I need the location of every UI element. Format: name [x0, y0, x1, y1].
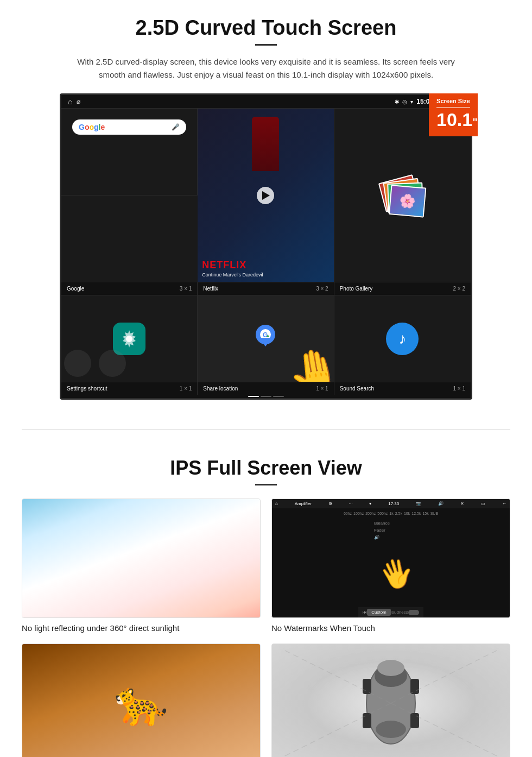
section1-description: With 2.5D curved-display screen, this de…	[76, 55, 456, 81]
music-note-icon: ♪	[398, 330, 406, 348]
sunlight-label: No light reflecting under 360° direct su…	[22, 623, 261, 633]
sound-search-label: Sound Search 1 × 1	[334, 382, 471, 395]
share-location-app-name: Share location	[203, 386, 238, 392]
sound-search-app-size: 1 × 1	[453, 386, 465, 392]
netflix-app-size: 3 × 2	[316, 286, 328, 292]
screen-size-badge: Screen Size 10.1"	[429, 93, 478, 136]
amp-title: Amplifier	[295, 501, 312, 506]
location-icon: ◎	[402, 99, 407, 105]
feature-topdown: Large Viewing Angle	[271, 644, 510, 757]
settings-label: Settings shortcut 1 × 1	[61, 382, 198, 395]
settings-app-name: Settings shortcut	[67, 386, 107, 392]
sound-search-app-name: Sound Search	[340, 386, 374, 392]
netflix-label: Netflix 3 × 2	[198, 282, 334, 295]
scroll-dot-3	[273, 396, 284, 397]
app-labels-row1: Google 3 × 1 Netflix 3 × 2 Photo Gallery…	[61, 282, 471, 295]
scroll-dot-1	[248, 396, 259, 397]
svg-text:▲: ▲	[265, 333, 270, 338]
app-labels-row2: Settings shortcut 1 × 1 Share location 1…	[61, 382, 471, 395]
app-grid-row2: G ▲ 🤚 ♪	[61, 295, 471, 382]
usb-icon: ⌀	[77, 98, 80, 105]
ips-section: IPS Full Screen View No light reflecting…	[0, 446, 532, 757]
svg-line-16	[284, 703, 391, 756]
google-app-cell[interactable]: Google 🎤	[61, 109, 198, 195]
amp-header: ⌂ Amplifier ⚙ ··· ▾ 17:33 📷 🔊 ✕ ▭ ←	[272, 499, 510, 508]
amp-custom-button[interactable]: Custom	[367, 609, 391, 616]
photo-gallery-app-size: 2 × 2	[453, 286, 465, 292]
curved-screen-section: 2.5D Curved Touch Screen With 2.5D curve…	[0, 0, 532, 413]
maps-icon: G ▲	[251, 323, 281, 352]
google-search-bar[interactable]: Google 🎤	[72, 119, 186, 135]
amplifier-label: No Watermarks When Touch	[271, 623, 510, 633]
sunlight-image	[22, 499, 261, 618]
home-icon[interactable]: ⌂	[68, 97, 72, 106]
photo-gallery-label: Photo Gallery 2 × 2	[334, 282, 471, 295]
amp-back-icon: ←	[502, 501, 506, 506]
settings-app-size: 1 × 1	[180, 386, 192, 392]
amp-vol-icon: 🔊	[438, 501, 444, 506]
svg-line-17	[391, 703, 498, 756]
share-location-cell[interactable]: G ▲ 🤚	[198, 295, 334, 382]
status-left: ⌂ ⌀	[68, 97, 80, 106]
amp-loudness-label: loudness	[391, 610, 408, 615]
section2-title: IPS Full Screen View	[22, 457, 510, 480]
settings-app-cell[interactable]	[61, 295, 198, 382]
android-screen: ⌂ ⌀ ✱ ◎ ▾ 15:06 ⊡ ◁ ✕ ▭	[60, 93, 472, 400]
section-divider	[22, 429, 510, 430]
cheetah-image: 🐆	[22, 644, 261, 757]
amp-loudness-toggle[interactable]	[408, 610, 419, 615]
amp-wifi-icon: ▾	[369, 501, 371, 506]
amp-prev-icon: ⏮	[363, 610, 367, 615]
svg-line-14	[284, 650, 391, 703]
feature-amplifier: ⌂ Amplifier ⚙ ··· ▾ 17:33 📷 🔊 ✕ ▭ ← 60hz…	[271, 499, 510, 633]
scroll-indicator	[61, 395, 471, 398]
sound-icon-bg: ♪	[386, 323, 419, 355]
share-location-label: Share location 1 × 1	[198, 382, 334, 395]
amp-time: 17:33	[388, 501, 399, 506]
badge-label: Screen Size	[436, 98, 470, 105]
feature-cheetah: 🐆 Super Fast Response	[22, 644, 261, 757]
gear-icon	[119, 329, 139, 349]
google-logo: Google	[79, 123, 105, 131]
amp-vol-label: 🔊	[374, 535, 390, 540]
angle-lines-svg	[272, 644, 510, 757]
svg-line-15	[391, 650, 498, 703]
google-label: Google 3 × 1	[61, 282, 198, 295]
topdown-image	[271, 644, 510, 757]
status-bar: ⌂ ⌀ ✱ ◎ ▾ 15:06 ⊡ ◁ ✕ ▭	[61, 95, 471, 108]
google-app-size: 3 × 1	[180, 286, 192, 292]
photo-gallery-app-name: Photo Gallery	[340, 286, 373, 292]
amp-home-icon: ⌂	[275, 501, 278, 506]
amp-eq-icon: ⚙	[328, 501, 332, 506]
sound-cell-content: ♪	[334, 295, 471, 382]
amp-camera-icon: 📷	[416, 501, 421, 506]
amp-min-icon: ▭	[481, 501, 485, 506]
app-grid-row1: Google 🎤 NETFLIX	[61, 108, 471, 282]
features-grid: No light reflecting under 360° direct su…	[22, 499, 510, 757]
photo-card-4: 🌸	[389, 185, 427, 217]
bluetooth-icon: ✱	[395, 99, 399, 105]
title-underline	[255, 44, 277, 46]
badge-size: 10.1"	[436, 110, 470, 129]
section2-underline	[255, 484, 277, 485]
feature-sunlight: No light reflecting under 360° direct su…	[22, 499, 261, 633]
netflix-subtitle: Continue Marvel's Daredevil	[202, 272, 263, 277]
screen-wrapper: Screen Size 10.1" ⌂ ⌀ ✱ ◎ ▾ 15:06 ⊡ ◁	[60, 93, 472, 400]
flower-icon: 🌸	[398, 193, 416, 210]
sound-search-cell[interactable]: ♪	[334, 295, 471, 382]
netflix-app-cell[interactable]: NETFLIX Continue Marvel's Daredevil	[198, 109, 334, 282]
section1-title: 2.5D Curved Touch Screen	[33, 16, 499, 40]
amplifier-image: ⌂ Amplifier ⚙ ··· ▾ 17:33 📷 🔊 ✕ ▭ ← 60hz…	[271, 499, 510, 618]
share-location-app-size: 1 × 1	[316, 386, 328, 392]
google-app-name: Google	[67, 286, 84, 292]
netflix-overlay: NETFLIX Continue Marvel's Daredevil	[198, 109, 333, 282]
netflix-app-name: Netflix	[203, 286, 218, 292]
amp-x-icon: ✕	[460, 501, 464, 506]
mic-icon[interactable]: 🎤	[172, 123, 180, 131]
scroll-dot-2	[261, 396, 271, 397]
netflix-logo: NETFLIX	[202, 260, 246, 271]
share-cell-inner: G ▲ 🤚	[198, 295, 333, 382]
wifi-icon: ▾	[410, 99, 413, 105]
